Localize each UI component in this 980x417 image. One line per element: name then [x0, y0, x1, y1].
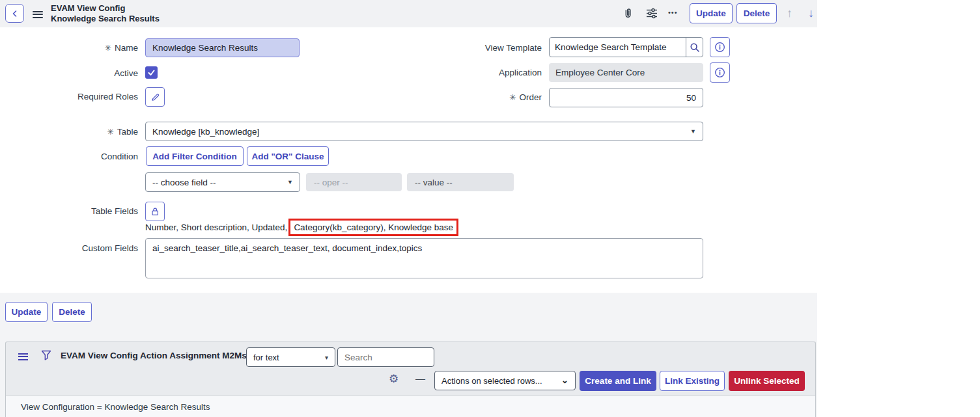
list-menu-icon[interactable] [18, 351, 28, 362]
personalize-sliders-icon[interactable] [645, 7, 658, 20]
active-checkbox[interactable] [145, 66, 158, 79]
chevron-left-icon [10, 9, 20, 18]
caret-down-icon: ▼ [690, 128, 696, 135]
required-marker: ✳ [107, 128, 113, 137]
add-filter-condition-button[interactable]: Add Filter Condition [146, 146, 244, 166]
name-label: ✳Name [5, 43, 138, 53]
list-breadcrumb-row: View Configuration = Knowledge Search Re… [6, 396, 815, 417]
record-title-line1: EVAM View Config [51, 3, 160, 14]
create-and-link-button[interactable]: Create and Link [580, 371, 656, 391]
table-fields-value: Number, Short description, Updated, Cate… [145, 219, 458, 236]
footer-delete-button[interactable]: Delete [52, 302, 92, 322]
list-breadcrumb[interactable]: View Configuration = Knowledge Search Re… [21, 402, 210, 412]
scroll-up-icon[interactable]: ↑ [787, 7, 792, 19]
custom-fields-textarea[interactable]: ai_search_teaser_title,ai_search_teaser_… [145, 238, 703, 278]
record-title-line2: Knowledge Search Results [51, 14, 160, 24]
link-existing-button[interactable]: Link Existing [660, 371, 725, 391]
gear-icon[interactable]: ⚙ [389, 373, 399, 385]
update-button[interactable]: Update [690, 3, 733, 23]
application-field: Employee Center Core [549, 63, 703, 82]
table-fields-highlight-box: Category(kb_category), Knowledge base [288, 219, 458, 236]
view-template-info-button[interactable] [710, 37, 730, 57]
view-template-field-group [549, 37, 703, 57]
delete-button[interactable]: Delete [736, 3, 777, 23]
table-fields-highlighted-text: Category(kb_category), Knowledge base [294, 222, 453, 232]
order-label: ✳Order [423, 92, 542, 102]
add-or-clause-button[interactable]: Add "OR" Clause [247, 146, 329, 166]
related-list-title: EVAM View Config Action Assignment M2Ms [61, 351, 247, 360]
caret-down-icon: ▼ [287, 179, 293, 185]
custom-fields-label: Custom Fields [5, 243, 138, 253]
chevron-down-icon: ⌄ [561, 377, 568, 384]
search-icon [690, 42, 700, 53]
search-scope-select[interactable]: for text ▾ [246, 347, 335, 367]
condition-oper-field: -- oper -- [306, 173, 402, 191]
footer-update-button[interactable]: Update [5, 302, 48, 322]
form-header-bar: EVAM View Config Knowledge Search Result… [0, 0, 817, 27]
table-fields-plain-text: Number, Short description, Updated, [145, 222, 287, 232]
pencil-icon [150, 92, 160, 102]
required-marker: ✳ [509, 93, 516, 102]
choose-field-select[interactable]: -- choose field -- ▼ [145, 172, 300, 192]
name-input[interactable] [145, 38, 300, 57]
lock-icon [150, 206, 160, 217]
related-list-panel: EVAM View Config Action Assignment M2Ms … [5, 342, 816, 417]
more-options-icon[interactable]: ••• [668, 8, 678, 16]
application-info-button[interactable] [710, 62, 730, 83]
info-icon [714, 67, 725, 78]
back-button[interactable] [5, 4, 24, 23]
table-label: ✳Table [5, 127, 138, 137]
reference-lookup-button[interactable] [686, 38, 703, 57]
filter-funnel-icon[interactable] [40, 349, 52, 361]
actions-on-rows-select[interactable]: Actions on selected rows... ⌄ [434, 371, 576, 390]
application-label: Application [423, 68, 542, 77]
condition-label: Condition [5, 152, 138, 161]
view-template-input[interactable] [550, 38, 686, 57]
record-title: EVAM View Config Knowledge Search Result… [51, 3, 160, 24]
order-input[interactable] [549, 88, 703, 107]
required-marker: ✳ [105, 44, 111, 53]
menu-icon[interactable] [33, 9, 43, 20]
active-label: Active [5, 68, 138, 78]
collapse-minus-icon[interactable]: — [415, 373, 425, 384]
required-roles-edit-button[interactable] [145, 87, 165, 107]
required-roles-label: Required Roles [5, 92, 138, 101]
evam-view-config-page: EVAM View Config Knowledge Search Result… [0, 0, 980, 417]
view-template-label: View Template [423, 43, 542, 53]
attachment-icon[interactable] [622, 7, 634, 20]
condition-value-field: -- value -- [407, 173, 514, 191]
check-icon [147, 68, 156, 77]
caret-small-icon: ▾ [325, 354, 328, 361]
info-icon [714, 42, 725, 53]
table-fields-label: Table Fields [5, 206, 138, 216]
unlink-selected-button[interactable]: Unlink Selected [729, 371, 805, 391]
table-select[interactable]: Knowledge [kb_knowledge] ▼ [145, 122, 703, 141]
scroll-down-icon[interactable]: ↓ [808, 7, 814, 19]
list-search-input[interactable] [337, 347, 434, 367]
